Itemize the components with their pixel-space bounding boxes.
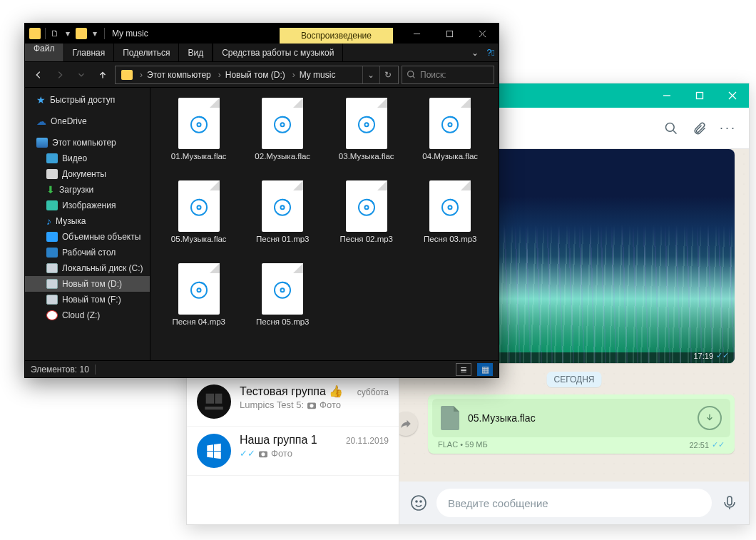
file-meta: FLAC • 59 МБ bbox=[438, 440, 488, 449]
music-file-icon bbox=[429, 180, 471, 232]
breadcrumb[interactable]: My music bbox=[300, 70, 336, 80]
folder-icon bbox=[76, 28, 87, 39]
day-separator: СЕГОДНЯ bbox=[546, 372, 601, 387]
explorer-titlebar[interactable]: 🗋 ▾ ▾ My music Воспроизведение bbox=[25, 24, 499, 44]
contextual-tab-header: Воспроизведение bbox=[280, 28, 393, 44]
maximize-button[interactable] bbox=[433, 24, 466, 44]
ribbon-tab-file[interactable]: Файл bbox=[25, 44, 64, 61]
forward-button[interactable] bbox=[51, 66, 69, 84]
view-details-button[interactable]: ≣ bbox=[456, 363, 471, 376]
message-file[interactable]: 05.Музыка.flac FLAC • 59 МБ 22:51✓✓ bbox=[428, 394, 735, 454]
breadcrumb[interactable]: Этот компьютер bbox=[147, 70, 211, 80]
drive-icon bbox=[46, 263, 58, 273]
music-icon: ♪ bbox=[46, 215, 51, 227]
mic-icon[interactable] bbox=[720, 494, 739, 512]
tree-item[interactable]: Новый том (D:) bbox=[25, 276, 150, 292]
up-button[interactable] bbox=[93, 66, 112, 84]
file-item[interactable]: Песня 05.mp3 bbox=[242, 263, 325, 342]
tree-onedrive[interactable]: ☁OneDrive bbox=[25, 113, 150, 129]
music-file-icon bbox=[346, 180, 387, 232]
file-item[interactable]: Песня 04.mp3 bbox=[158, 263, 240, 342]
svg-point-2 bbox=[310, 404, 314, 407]
address-dropdown[interactable]: ⌄ bbox=[362, 66, 378, 83]
ribbon-tab-share[interactable]: Поделиться bbox=[114, 44, 179, 61]
tree-this-pc[interactable]: Этот компьютер bbox=[25, 135, 150, 151]
tree-quick-access[interactable]: ★Быстрый доступ bbox=[25, 92, 150, 108]
ribbon-tab-home[interactable]: Главная bbox=[64, 44, 115, 61]
message-input-bar: Введите сообщение bbox=[399, 482, 749, 524]
close-button[interactable] bbox=[716, 83, 749, 108]
qat-button[interactable]: 🗋 bbox=[50, 29, 60, 39]
maximize-button[interactable] bbox=[683, 83, 716, 108]
file-item[interactable]: 05.Музыка.flac bbox=[158, 180, 240, 259]
address-bar[interactable]: ›Этот компьютер ›Новый том (D:) ›My musi… bbox=[115, 66, 399, 84]
chat-time: 20.11.2019 bbox=[346, 436, 389, 446]
file-item[interactable]: 04.Музыка.flac bbox=[409, 98, 492, 176]
ribbon-tab-view[interactable]: Вид bbox=[179, 44, 213, 61]
file-name: Песня 04.mp3 bbox=[172, 317, 225, 326]
svg-point-17 bbox=[364, 123, 368, 126]
tree-item[interactable]: ♪Музыка bbox=[25, 213, 150, 229]
tree-item[interactable]: Локальный диск (C:) bbox=[25, 260, 150, 276]
svg-point-7 bbox=[416, 501, 417, 502]
forward-button[interactable] bbox=[399, 412, 418, 436]
tree-item[interactable]: Cloud (Z:) bbox=[25, 307, 150, 323]
drive-icon bbox=[46, 310, 58, 320]
file-item[interactable]: Песня 02.mp3 bbox=[325, 180, 408, 259]
recent-dropdown[interactable] bbox=[72, 66, 91, 84]
status-bar: Элементов: 10 ≣ ▦ bbox=[25, 360, 499, 377]
file-item[interactable]: 02.Музыка.flac bbox=[242, 98, 325, 176]
music-file-icon bbox=[346, 98, 387, 149]
minimize-button[interactable] bbox=[650, 83, 683, 108]
svg-point-25 bbox=[364, 205, 368, 209]
navigation-bar: ›Этот компьютер ›Новый том (D:) ›My musi… bbox=[25, 62, 499, 88]
refresh-button[interactable]: ↻ bbox=[379, 66, 395, 83]
chat-list-item[interactable]: Наша группа 120.11.2019 ✓✓Фото bbox=[187, 427, 399, 476]
file-item[interactable]: 01.Музыка.flac bbox=[158, 98, 240, 176]
tree-item[interactable]: Новый том (F:) bbox=[25, 292, 150, 307]
nav-tree: ★Быстрый доступ ☁OneDrive Этот компьютер… bbox=[25, 88, 150, 360]
qat-button[interactable]: ▾ bbox=[63, 29, 73, 39]
music-file-icon bbox=[262, 98, 303, 149]
star-icon: ★ bbox=[36, 95, 46, 105]
svg-point-15 bbox=[281, 123, 285, 126]
close-button[interactable] bbox=[466, 24, 499, 44]
chat-list-item[interactable]: Тестовая группа 👍суббота Lumpics Test 5:… bbox=[187, 377, 399, 427]
minimize-button[interactable] bbox=[400, 24, 433, 44]
tree-item[interactable]: Документы bbox=[25, 166, 150, 182]
help-icon[interactable]: ?⃝ bbox=[483, 44, 499, 61]
breadcrumb[interactable]: Новый том (D:) bbox=[225, 70, 285, 80]
3d-icon bbox=[46, 232, 58, 242]
view-icons-button[interactable]: ▦ bbox=[477, 363, 493, 376]
camera-icon bbox=[258, 449, 268, 458]
ribbon-collapse-icon[interactable]: ⌄ bbox=[467, 44, 483, 61]
downloads-icon: ⬇ bbox=[46, 184, 55, 195]
download-button[interactable] bbox=[698, 406, 722, 430]
ribbon-tab-music-tools[interactable]: Средства работы с музыкой bbox=[213, 44, 343, 61]
file-item[interactable]: Песня 01.mp3 bbox=[242, 180, 325, 259]
tree-item[interactable]: ⬇Загрузки bbox=[25, 182, 150, 198]
drive-icon bbox=[46, 295, 58, 305]
tree-item[interactable]: Видео bbox=[25, 151, 150, 166]
tree-item[interactable]: Изображения bbox=[25, 198, 150, 213]
svg-point-13 bbox=[197, 123, 200, 126]
file-item[interactable]: Песня 03.mp3 bbox=[409, 180, 492, 259]
desktop-icon bbox=[46, 248, 58, 258]
back-button[interactable] bbox=[29, 66, 48, 84]
search-input[interactable]: Поиск: bbox=[402, 66, 494, 84]
tree-item[interactable]: Объемные объекты bbox=[25, 229, 150, 245]
file-name: 03.Музыка.flac bbox=[339, 152, 394, 161]
svg-point-29 bbox=[197, 288, 200, 292]
emoji-icon[interactable] bbox=[409, 494, 428, 512]
qat-chevron[interactable]: ▾ bbox=[90, 29, 100, 39]
file-name: 04.Музыка.flac bbox=[422, 152, 478, 161]
menu-icon[interactable]: ··· bbox=[720, 121, 736, 136]
svg-point-21 bbox=[197, 205, 200, 209]
file-grid[interactable]: 01.Музыка.flac02.Музыка.flac03.Музыка.fl… bbox=[150, 88, 499, 360]
search-icon[interactable] bbox=[663, 121, 679, 136]
tree-item[interactable]: Рабочий стол bbox=[25, 245, 150, 260]
file-item[interactable]: 03.Музыка.flac bbox=[325, 98, 408, 176]
message-input[interactable]: Введите сообщение bbox=[436, 489, 712, 517]
attach-icon[interactable] bbox=[692, 121, 708, 136]
file-icon bbox=[441, 406, 459, 430]
